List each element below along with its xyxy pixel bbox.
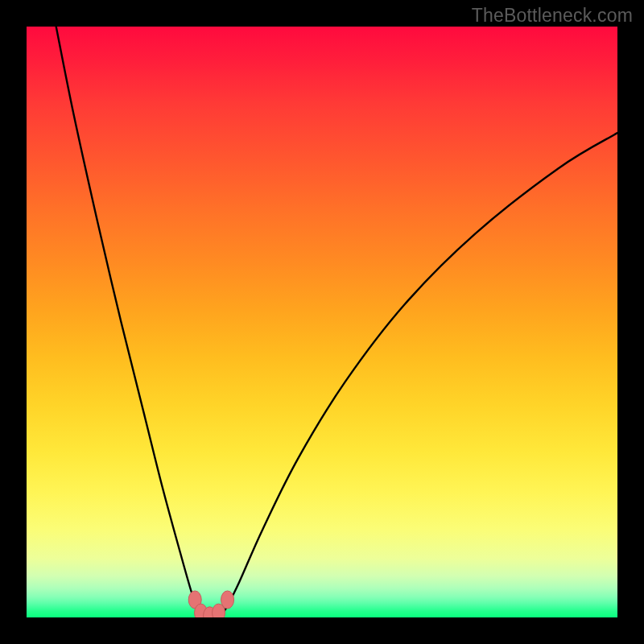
min-marker-right [221,591,234,609]
bottleneck-curve [56,27,617,617]
watermark-text: TheBottleneck.com [472,5,633,27]
chart-frame: TheBottleneck.com [0,0,644,644]
curve-min-markers [188,591,233,617]
curve-layer [27,27,617,617]
plot-area [27,27,617,617]
